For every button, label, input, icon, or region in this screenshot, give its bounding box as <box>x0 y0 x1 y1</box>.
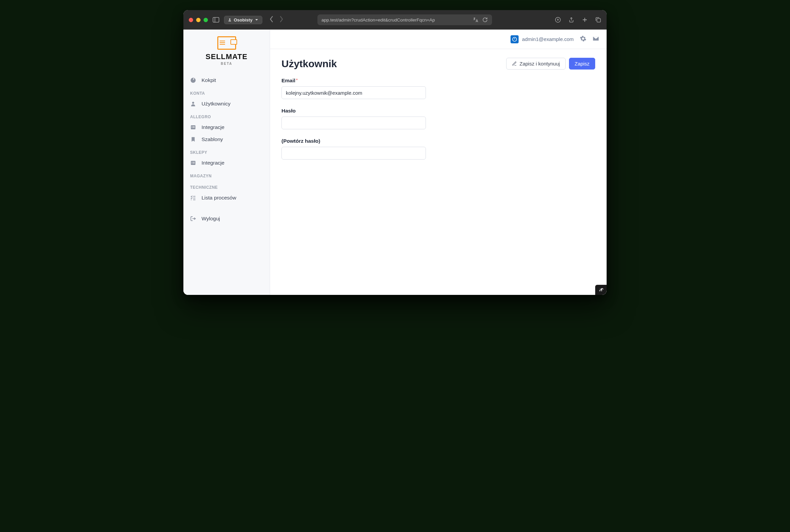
button-label: Zapisz <box>575 61 589 66</box>
password-repeat-label: (Powtórz hasło) <box>281 138 426 144</box>
browser-right-controls <box>555 17 601 23</box>
save-button[interactable]: Zapisz <box>569 58 595 70</box>
svg-rect-15 <box>192 162 192 163</box>
brand-logo[interactable]: SELLMATE BETA <box>183 34 270 72</box>
browser-profile-label: Osobisty <box>234 17 252 22</box>
form-group-password-repeat: (Powtórz hasło) <box>281 138 426 159</box>
list-icon <box>190 124 197 130</box>
svg-rect-13 <box>193 127 194 128</box>
required-indicator: * <box>296 78 298 83</box>
translate-icon[interactable] <box>473 17 478 23</box>
share-icon[interactable] <box>568 17 575 23</box>
list-icon <box>190 160 197 166</box>
symfony-icon <box>597 286 605 293</box>
symfony-toolbar-badge[interactable] <box>595 285 607 295</box>
user-menu[interactable]: admin1@example.com <box>510 35 574 43</box>
page-header: Użytkownik Zapisz i kontynuuj Zapisz <box>281 58 595 70</box>
tabs-overview-icon[interactable] <box>595 17 601 23</box>
sidebar-item-label: Lista procesów <box>202 195 236 201</box>
settings-button[interactable] <box>580 35 586 43</box>
envelope-icon <box>592 35 599 42</box>
dashboard-icon <box>190 77 197 83</box>
browser-nav-arrows <box>269 16 284 24</box>
sidebar-item-label: Wyloguj <box>202 216 220 222</box>
sidebar-item-logout[interactable]: Wyloguj <box>183 213 270 225</box>
browser-window: Osobisty app.test/admin?crudAction=edit&… <box>183 10 607 295</box>
logout-icon <box>190 216 197 222</box>
new-tab-icon[interactable] <box>582 17 588 23</box>
svg-rect-18 <box>193 163 194 164</box>
svg-rect-10 <box>192 126 192 127</box>
mail-button[interactable] <box>592 35 599 43</box>
sidebar-item-dashboard[interactable]: Kokpit <box>183 74 270 86</box>
sidebar-section-technical: TECHNICZNE <box>183 180 270 192</box>
window-close-button[interactable] <box>189 18 193 22</box>
avatar-icon <box>510 35 519 43</box>
svg-rect-6 <box>597 18 601 22</box>
content: Użytkownik Zapisz i kontynuuj Zapisz <box>270 49 607 177</box>
sidebar-item-integrations-shops[interactable]: Integracje <box>183 157 270 169</box>
sidebar-item-templates[interactable]: Szablony <box>183 133 270 146</box>
svg-rect-12 <box>192 127 192 128</box>
brand-subtitle: BETA <box>221 62 232 65</box>
user-email-label: admin1@example.com <box>522 36 574 42</box>
user-form: Email* Hasło (Powtórz hasło) <box>281 78 426 159</box>
page-actions: Zapisz i kontynuuj Zapisz <box>506 58 595 70</box>
email-label: Email* <box>281 78 426 83</box>
bookmark-icon <box>190 136 197 142</box>
reload-icon[interactable] <box>482 17 488 23</box>
form-group-password: Hasło <box>281 108 426 129</box>
svg-rect-17 <box>192 163 192 164</box>
sidebar-item-label: Kokpit <box>202 77 216 83</box>
gear-icon <box>580 35 586 42</box>
browser-address-bar[interactable]: app.test/admin?crudAction=edit&crudContr… <box>317 15 492 25</box>
brand-name: SELLMATE <box>206 52 247 61</box>
password-label: Hasło <box>281 108 426 114</box>
svg-rect-11 <box>193 126 194 127</box>
sidebar-section-accounts: KONTA <box>183 86 270 98</box>
email-field[interactable] <box>281 86 426 99</box>
page-title: Użytkownik <box>281 58 337 70</box>
brand-mark-icon <box>217 36 236 50</box>
svg-point-8 <box>192 102 194 104</box>
sidebar-item-label: Użytkownicy <box>202 101 230 107</box>
sidebar-item-integrations-allegro[interactable]: Integracje <box>183 121 270 133</box>
browser-toolbar: Osobisty app.test/admin?crudAction=edit&… <box>183 10 607 30</box>
sidebar-section-shops: SKLEPY <box>183 146 270 157</box>
password-repeat-field[interactable] <box>281 147 426 159</box>
sidebar-item-process-list[interactable]: Lista procesów <box>183 192 270 204</box>
button-label: Zapisz i kontynuuj <box>520 61 560 66</box>
sidebar-item-label: Integracje <box>202 124 224 130</box>
sidebar-section-allegro: ALLEGRO <box>183 110 270 121</box>
app-root: SELLMATE BETA Kokpit KONTA Użytkownicy <box>183 30 607 295</box>
main-area: admin1@example.com Użytkownik Zapisz i k… <box>270 30 607 295</box>
tasks-icon <box>190 195 197 201</box>
save-and-continue-button[interactable]: Zapisz i kontynuuj <box>506 58 566 70</box>
browser-back-button[interactable] <box>269 16 274 24</box>
browser-profile-menu[interactable]: Osobisty <box>224 16 262 24</box>
browser-forward-button[interactable] <box>279 16 284 24</box>
password-field[interactable] <box>281 116 426 129</box>
window-minimize-button[interactable] <box>196 18 201 22</box>
browser-url-text: app.test/admin?crudAction=edit&crudContr… <box>321 17 470 22</box>
sidebar: SELLMATE BETA Kokpit KONTA Użytkownicy <box>183 30 270 295</box>
browser-sidebar-toggle[interactable] <box>213 17 219 22</box>
form-group-email: Email* <box>281 78 426 99</box>
window-zoom-button[interactable] <box>204 18 208 22</box>
sidebar-nav: Kokpit KONTA Użytkownicy ALLEGRO Integra… <box>183 72 270 227</box>
sidebar-item-label: Szablony <box>202 136 223 142</box>
user-icon <box>190 101 197 107</box>
window-controls <box>189 18 208 22</box>
sidebar-item-users[interactable]: Użytkownicy <box>183 98 270 110</box>
edit-icon <box>512 61 517 66</box>
sidebar-item-label: Integracje <box>202 160 224 166</box>
downloads-icon[interactable] <box>555 17 561 23</box>
sidebar-section-warehouse: MAGAZYN <box>183 169 270 180</box>
svg-rect-16 <box>193 162 194 163</box>
svg-rect-0 <box>213 17 219 22</box>
topbar: admin1@example.com <box>270 30 607 49</box>
svg-point-2 <box>229 18 230 20</box>
